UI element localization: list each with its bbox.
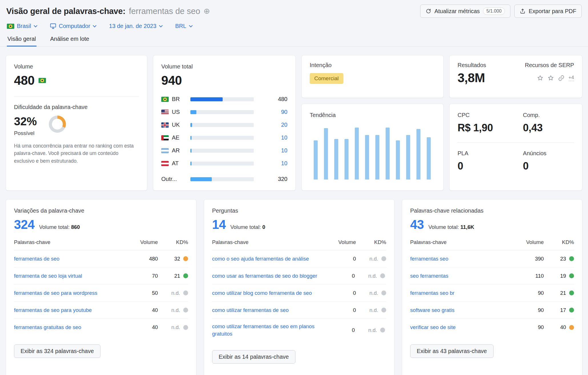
brazil-flag-icon xyxy=(7,24,14,29)
device-filter[interactable]: Computador xyxy=(50,23,96,29)
questions-volume-total: Volume total: 0 xyxy=(230,224,265,230)
divider xyxy=(14,96,139,96)
ads-label: Anúncios xyxy=(523,150,574,157)
keyword-link[interactable]: ferramentas de seo para youtube xyxy=(14,307,135,314)
keyword-link[interactable]: verificar seo de site xyxy=(410,324,521,331)
keyword-link[interactable]: software seo gratis xyxy=(410,307,521,314)
export-pdf-label: Exportar para PDF xyxy=(529,8,576,15)
update-metrics-label: Atualizar métricas xyxy=(434,8,480,15)
table-row: seo ferramentas 110 19 xyxy=(410,267,574,285)
questions-table: Palavras-chave Volume KD% como o seo aju… xyxy=(212,239,386,342)
date-filter-label: 13 de jan. de 2023 xyxy=(109,23,156,29)
country-filter[interactable]: Brasil xyxy=(7,23,37,29)
trend-bar xyxy=(375,135,379,180)
keyword-link[interactable]: ferramentas gratuitas de seo xyxy=(14,324,135,331)
serp-feature-link-icon xyxy=(558,75,565,81)
country-filter-label: Brasil xyxy=(17,23,31,29)
country-volume-row: US 90 xyxy=(161,106,287,118)
kd-description: Há uma concorrência para entrar no ranki… xyxy=(14,142,137,165)
update-metrics-button[interactable]: Atualizar métricas 5/1.000 xyxy=(420,5,510,18)
trend-bar xyxy=(427,137,431,180)
keyword-link[interactable]: ferramentas de seo xyxy=(14,255,135,263)
chevron-down-icon xyxy=(34,24,37,27)
ar-flag-icon xyxy=(161,148,169,153)
table-row: software seo gratis 90 17 xyxy=(410,302,574,319)
related-title: Palavras-chave relacionadas xyxy=(410,207,574,214)
volume-bar xyxy=(190,136,254,140)
keyword-link[interactable]: ferramentas de seo para wordpress xyxy=(14,289,135,297)
serp-features-title: Recursos de SERP xyxy=(525,62,574,68)
table-row: ferramentas de seo para wordpress 50 n.d… xyxy=(14,285,188,302)
kd-label: Possível xyxy=(14,130,37,136)
trend-bar xyxy=(324,128,328,180)
trend-bar xyxy=(314,140,318,180)
brazil-flag-icon xyxy=(39,78,46,83)
table-row: como o seo ajuda ferramentas de análise … xyxy=(212,250,386,267)
keyword-link[interactable]: como utilizar blog como ferramenta de se… xyxy=(212,289,333,297)
volume-title: Volume xyxy=(14,63,139,70)
trend-bar xyxy=(345,139,349,180)
show-all-related-button[interactable]: Exibir as 43 palavras-chave xyxy=(410,344,494,358)
kd-dot xyxy=(381,256,386,261)
competition-label: Comp. xyxy=(523,112,574,118)
kd-dot xyxy=(380,328,385,332)
variations-volume-total: Volume total: 860 xyxy=(39,224,80,230)
volume-bar xyxy=(190,162,254,166)
kd-dot xyxy=(569,308,574,312)
currency-filter-label: BRL xyxy=(175,23,186,29)
kd-dot xyxy=(381,291,386,295)
main-content: Volume 480 Dificuldade da palavra-chave … xyxy=(0,47,588,375)
volume-total-card: Volume total 940 BR 480 US 90 UK 20 xyxy=(153,55,296,191)
show-all-variations-button[interactable]: Exibir as 324 palavras-chave xyxy=(14,344,100,358)
volume-total-title: Volume total xyxy=(161,63,287,70)
trend-title: Tendência xyxy=(310,112,435,118)
volume-bar xyxy=(190,149,254,153)
export-pdf-button[interactable]: Exportar para PDF xyxy=(514,5,582,18)
table-row: ferramenta de seo loja virtual 70 21 xyxy=(14,267,188,285)
chevron-down-icon xyxy=(93,24,96,27)
date-filter[interactable]: 13 de jan. de 2023 xyxy=(109,23,162,29)
filter-bar: Brasil Computador 13 de jan. de 2023 BRL xyxy=(0,18,588,29)
table-row: verificar seo de site 90 40 xyxy=(410,319,574,336)
keyword-link[interactable]: seo ferramentas xyxy=(410,272,521,280)
country-volume-row: UK 20 xyxy=(161,118,287,131)
show-all-questions-button[interactable]: Exibir as 14 palavras-chave xyxy=(212,350,295,364)
ae-flag-icon xyxy=(161,135,169,140)
kd-dot xyxy=(183,291,188,295)
related-volume-total: Volume total: 11,6K xyxy=(428,224,474,230)
keyword-link[interactable]: ferramenta de seo loja virtual xyxy=(14,272,135,280)
country-volume-row: BR 480 xyxy=(161,93,287,106)
tab-bulk-analysis[interactable]: Análise em lote xyxy=(50,36,90,46)
kd-dot xyxy=(569,325,574,330)
chevron-down-icon xyxy=(159,24,163,27)
competition-value: 0,43 xyxy=(523,122,574,134)
refresh-icon xyxy=(426,8,431,14)
serp-more-link[interactable]: +4 xyxy=(569,75,574,81)
keyword-variations-card: Variações da palavra-chave 324 Volume to… xyxy=(6,199,196,375)
add-keyword-icon[interactable]: ⊕ xyxy=(204,7,210,15)
keyword-link[interactable]: como o seo ajuda ferramentas de análise xyxy=(212,255,333,263)
table-row: como usar as ferramentas de seo do blogg… xyxy=(212,267,386,285)
tab-overview[interactable]: Visão geral xyxy=(7,36,37,46)
trend-bar xyxy=(365,135,369,180)
results-value: 3,8M xyxy=(458,71,485,85)
table-row: como utilizar ferramentas de seo 0 n.d. xyxy=(212,302,386,319)
related-keywords-card: Palavras-chave relacionadas 43 Volume to… xyxy=(402,199,582,375)
serp-feature-star-icon xyxy=(537,75,543,81)
keyword-link[interactable]: como utilizar ferramentas de seo em plan… xyxy=(212,323,332,338)
currency-filter[interactable]: BRL xyxy=(175,23,192,29)
desktop-icon xyxy=(50,23,56,29)
keyword-link[interactable]: como usar as ferramentas de seo do blogg… xyxy=(212,272,332,280)
export-icon xyxy=(520,8,525,14)
keyword-link[interactable]: como utilizar ferramentas de seo xyxy=(212,307,333,314)
table-header: Palavras-chave Volume KD% xyxy=(410,239,574,250)
questions-card: Perguntas 14 Volume total: 0 Palavras-ch… xyxy=(204,199,394,375)
intent-badge: Comercial xyxy=(310,73,343,84)
keyword-link[interactable]: ferramentas seo br xyxy=(410,289,521,297)
us-flag-icon xyxy=(161,110,169,115)
table-row: ferramentas de seo para youtube 40 n.d. xyxy=(14,302,188,319)
quota-badge: 5/1.000 xyxy=(483,7,505,15)
keyword-link[interactable]: ferramentas seo xyxy=(410,255,521,263)
intent-title: Intenção xyxy=(310,62,435,68)
variations-title: Variações da palavra-chave xyxy=(14,207,188,214)
